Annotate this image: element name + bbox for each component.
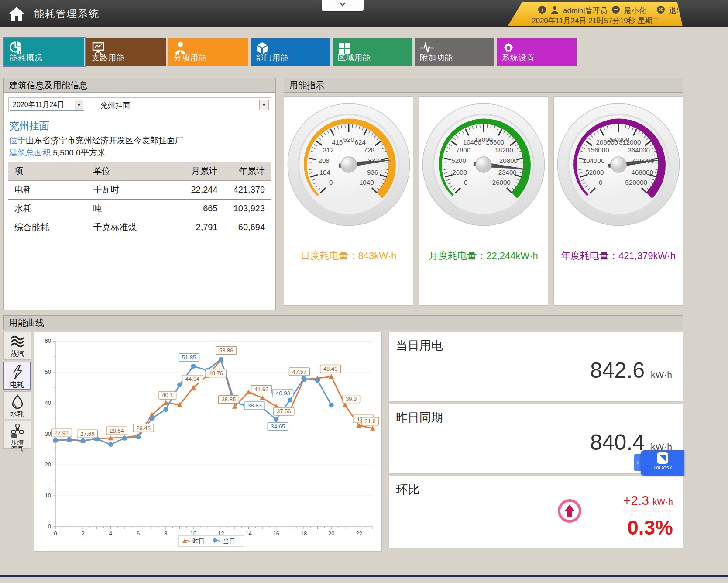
date-select-arrow-icon[interactable]: ▼ xyxy=(75,100,83,110)
minimize-button[interactable]: 最小化 xyxy=(624,6,646,16)
svg-text:5200: 5200 xyxy=(451,157,466,164)
svg-text:40.1: 40.1 xyxy=(162,392,173,398)
svg-text:30: 30 xyxy=(45,431,51,437)
water-icon xyxy=(11,403,24,410)
table-cell: 665 xyxy=(171,199,223,218)
svg-text:2600: 2600 xyxy=(452,169,467,176)
svg-text:昨日: 昨日 xyxy=(192,538,205,545)
user-info-strip: i admin|管理员 最小化 退出 2020年11月24日 21时57分19秒… xyxy=(498,2,683,26)
app-title: 能耗管理系统 xyxy=(34,7,100,21)
gauge-panel-title: 用能指示 xyxy=(289,80,324,90)
info-icon[interactable]: i xyxy=(538,5,546,16)
nav-tab-2[interactable]: 支路用能 xyxy=(86,38,166,66)
building-select[interactable]: 兖州挂面 xyxy=(100,100,130,110)
svg-text:15600: 15600 xyxy=(486,138,504,146)
svg-text:18: 18 xyxy=(301,530,307,537)
nav-tab-6[interactable]: 附加功能 xyxy=(415,38,494,66)
trend-up-icon xyxy=(557,498,582,525)
nav-tab-label: 附加功能 xyxy=(420,52,453,63)
building-select-arrow-icon[interactable]: ▼ xyxy=(259,100,269,110)
table-header-2: 单位 xyxy=(87,162,172,180)
svg-text:0: 0 xyxy=(464,179,467,186)
point-label: 28.64 xyxy=(106,427,127,435)
curve-type-steam[interactable]: 蒸汽 xyxy=(3,332,31,360)
svg-text:208: 208 xyxy=(318,157,329,164)
compressed-air-icon xyxy=(10,431,25,439)
svg-text:0: 0 xyxy=(54,530,57,537)
point-label: 47.57 xyxy=(289,368,309,376)
chart-legend: 昨日当日 xyxy=(179,535,244,547)
table-header-1: 项 xyxy=(8,162,87,180)
svg-text:20: 20 xyxy=(328,530,334,537)
nav-tab-label: 支路用能 xyxy=(92,52,125,63)
home-icon[interactable] xyxy=(8,5,25,23)
curve-type-electricity[interactable]: 电耗 xyxy=(3,362,31,390)
stat-unit: kW·h xyxy=(651,369,672,379)
curve-type-compressed-air[interactable]: 压缩空气 xyxy=(3,421,31,449)
point-label: 37.56 xyxy=(274,407,294,415)
curve-type-water[interactable]: 水耗 xyxy=(3,391,31,419)
gauge-value-label: 年度耗电量：421,379kW·h xyxy=(554,249,683,262)
building-panel-title: 建筑信息及用能信息 xyxy=(9,80,88,90)
todesk-logo-icon xyxy=(657,452,668,464)
curve-type-label: 蒸汽 xyxy=(4,350,31,357)
point-label: 51.85 xyxy=(179,354,199,362)
area-label: 建筑总面积 xyxy=(9,148,51,157)
gauge-monthly-electricity: 0260052007800104001300015600182002080023… xyxy=(421,102,546,228)
todesk-widget[interactable]: ToDesk xyxy=(641,450,684,476)
gauge-card-daily-electricity: 01042083124165206247288329361040日度耗电量：84… xyxy=(284,96,413,306)
point-label: 44.94 xyxy=(182,375,203,383)
svg-text:37.56: 37.56 xyxy=(277,408,291,414)
svg-text:51.85: 51.85 xyxy=(182,354,196,361)
svg-text:520: 520 xyxy=(343,136,354,143)
svg-text:16: 16 xyxy=(273,530,279,537)
gauge-daily-electricity: 01042083124165206247288329361040 xyxy=(286,102,412,228)
minimize-icon[interactable] xyxy=(611,5,620,16)
point-label: 27.92 xyxy=(52,429,72,437)
nav-tab-7[interactable]: 系统设置 xyxy=(497,38,577,66)
gauge-value-label: 日度耗电量：843kW·h xyxy=(284,249,413,262)
building-address: 位于山东省济宁市兖州经济开发区今麦郎挂面厂 xyxy=(9,135,183,146)
svg-text:53.86: 53.86 xyxy=(219,347,234,354)
nav-tab-1[interactable]: 能耗概况 xyxy=(4,38,84,66)
curve-panel-title: 用能曲线 xyxy=(9,318,44,328)
curve-type-label: 水耗 xyxy=(4,411,31,417)
svg-text:27.66: 27.66 xyxy=(80,431,95,437)
svg-text:18200: 18200 xyxy=(494,146,513,154)
top-dropdown-tab[interactable] xyxy=(322,0,364,11)
point-label: 27.66 xyxy=(77,430,98,438)
stat-card-today: 当日用电 842.6 kW·h xyxy=(388,332,683,402)
nav-tab-label: 分项用能 xyxy=(174,52,207,63)
main-nav: 能耗概况支路用能分项用能部门用能区域用能附加功能系统设置 xyxy=(4,38,577,66)
svg-text:29.46: 29.46 xyxy=(136,425,151,431)
user-icon xyxy=(550,5,559,16)
nav-tab-3[interactable]: 分项用能 xyxy=(168,38,248,66)
nav-tab-4[interactable]: 部门用能 xyxy=(251,38,330,66)
svg-text:60: 60 xyxy=(45,338,51,344)
point-label: 41.62 xyxy=(251,385,272,393)
svg-text:1040: 1040 xyxy=(359,179,374,186)
svg-text:156000: 156000 xyxy=(587,146,609,154)
delta-unit: kW·h xyxy=(652,497,673,507)
todesk-label: ToDesk xyxy=(641,464,684,471)
svg-text:当日: 当日 xyxy=(223,538,235,545)
logout-button[interactable]: 退出 xyxy=(669,6,684,16)
table-cell: 103,923 xyxy=(224,199,271,218)
date-select[interactable]: 2020年11月24日 ▼ xyxy=(10,99,84,111)
table-cell: 2,791 xyxy=(171,218,223,237)
building-name-link[interactable]: 兖州挂面 xyxy=(9,119,49,133)
close-icon[interactable] xyxy=(656,5,665,16)
area-value: 5,500.0平方米 xyxy=(53,148,105,157)
gauge-card-monthly-electricity: 0260052007800104001300015600182002080023… xyxy=(419,96,548,306)
svg-text:2: 2 xyxy=(82,530,85,537)
table-cell: 千瓦时 xyxy=(87,180,172,199)
nav-tab-5[interactable]: 区域用能 xyxy=(333,38,412,66)
svg-text:728: 728 xyxy=(364,146,374,154)
table-header-3: 月累计 xyxy=(171,162,223,180)
table-cell: 千克标准煤 xyxy=(87,218,172,237)
svg-text:40.93: 40.93 xyxy=(276,390,290,397)
app-header: 能耗管理系统 i admin|管理员 最小化 退出 2020年11月24日 21… xyxy=(0,0,728,27)
point-label: 34.65 xyxy=(268,423,288,431)
address-text: 山东省济宁市兖州经济开发区今麦郎挂面厂 xyxy=(26,136,183,145)
todesk-collapse-icon[interactable]: ‹ xyxy=(634,454,641,471)
